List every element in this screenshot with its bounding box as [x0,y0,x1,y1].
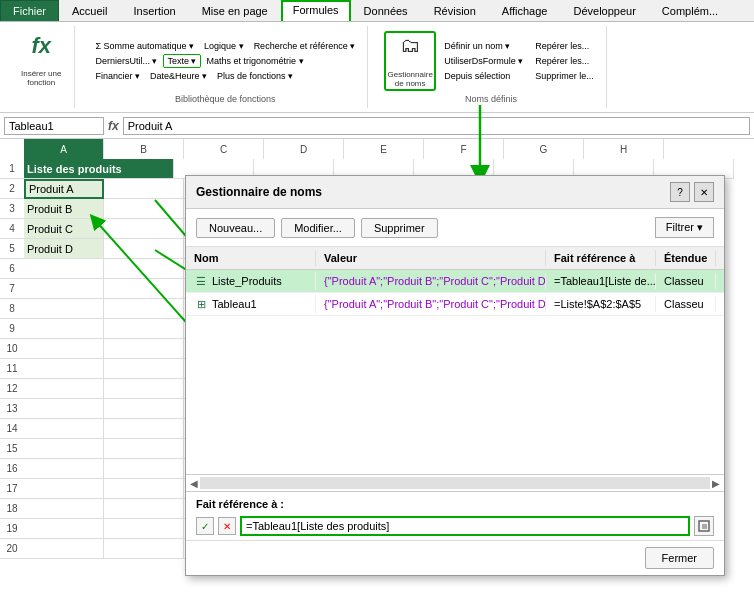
cell[interactable] [104,499,184,519]
reperer-btn1[interactable]: Repérer les... [531,39,598,53]
supprimer-btn[interactable]: Supprimer le... [531,69,598,83]
tab-accueil[interactable]: Accueil [59,0,120,21]
tab-insertion[interactable]: Insertion [120,0,188,21]
name-box[interactable] [4,117,104,135]
row1-valeur: {"Produit A";"Produit B";"Produit C";"Pr… [316,273,546,289]
recherche-button[interactable]: Recherche et référence ▾ [250,39,360,53]
cell[interactable] [104,399,184,419]
dialog-help-button[interactable]: ? [670,182,690,202]
dialog-toolbar: Nouveau... Modifier... Supprimer Filtrer… [186,209,724,247]
formula-input[interactable] [123,117,750,135]
cell[interactable] [104,199,184,219]
derniers-button[interactable]: DerniersUtil... ▾ [91,54,161,68]
supprimer-button[interactable]: Supprimer [361,218,438,238]
fermer-button[interactable]: Fermer [645,547,714,569]
financier-button[interactable]: Financier ▾ [91,69,144,83]
plus-fonctions-button[interactable]: Plus de fonctions ▾ [213,69,297,83]
col-headers: A B C D E F G H [24,139,734,159]
cell[interactable]: Produit A [24,179,104,199]
cell[interactable] [104,239,184,259]
cell[interactable] [104,459,184,479]
cell[interactable] [24,339,104,359]
ref-cancel-button[interactable]: ✕ [218,517,236,535]
logique-button[interactable]: Logique ▾ [200,39,248,53]
tab-donnees[interactable]: Données [351,0,421,21]
cell[interactable] [104,299,184,319]
table-row[interactable]: ⊞ Tableau1 {"Produit A";"Produit B";"Pro… [186,293,724,316]
cell[interactable] [24,479,104,499]
cell[interactable] [24,279,104,299]
tab-affichage[interactable]: Affichage [489,0,561,21]
cell[interactable]: Liste des produits [24,159,174,179]
cell[interactable] [104,379,184,399]
cell[interactable] [104,339,184,359]
maths-button[interactable]: Maths et trigonométrie ▾ [203,54,308,68]
cell[interactable] [24,519,104,539]
cell[interactable] [24,419,104,439]
gestionnaire-noms-button[interactable]: 🗂 Gestionnaire de noms [384,31,436,91]
cell[interactable] [24,299,104,319]
ref-expand-button[interactable] [694,516,714,536]
modifier-button[interactable]: Modifier... [281,218,355,238]
row-header: 16 [0,459,24,479]
ref-input[interactable] [240,516,690,536]
cell[interactable] [104,219,184,239]
row1-nom: ☰ Liste_Produits [186,272,316,290]
cell[interactable] [24,459,104,479]
cell[interactable] [24,399,104,419]
cell[interactable] [24,319,104,339]
cell[interactable] [24,259,104,279]
scroll-track[interactable] [200,477,710,489]
definir-nom-button[interactable]: Définir un nom ▾ [440,39,527,53]
tab-developpeur[interactable]: Développeur [560,0,648,21]
depuis-selection-button[interactable]: Depuis sélection [440,69,527,83]
cell[interactable]: Produit D [24,239,104,259]
cell[interactable] [104,419,184,439]
somme-auto-button[interactable]: Σ Somme automatique ▾ [91,39,198,53]
cell[interactable] [104,519,184,539]
scroll-area[interactable]: ◀ ▶ [186,474,724,492]
insert-function-button[interactable]: fx Insérer unefonction [16,30,66,90]
tab-formules[interactable]: Formules [281,0,351,21]
ref-confirm-button[interactable]: ✓ [196,517,214,535]
gestionnaire-icon: 🗂 [392,34,428,70]
cell[interactable]: Produit B [24,199,104,219]
tab-revision[interactable]: Révision [421,0,489,21]
fx-icon: fx [23,33,59,69]
reperer-btn2[interactable]: Repérer les... [531,54,598,68]
cell[interactable] [24,539,104,559]
cell[interactable] [104,319,184,339]
row-header: 13 [0,399,24,419]
cell[interactable] [24,379,104,399]
cell[interactable] [104,539,184,559]
row-header: 1 [0,159,24,179]
cell[interactable] [104,259,184,279]
cell[interactable] [104,359,184,379]
dialog-title: Gestionnaire de noms [196,185,322,199]
row-header: 5 [0,239,24,259]
cell[interactable] [24,359,104,379]
nouveau-button[interactable]: Nouveau... [196,218,275,238]
table-row[interactable]: ☰ Liste_Produits {"Produit A";"Produit B… [186,270,724,293]
cell[interactable] [24,499,104,519]
cell[interactable] [24,439,104,459]
dateheure-button[interactable]: Date&Heure ▾ [146,69,211,83]
cell[interactable] [104,179,184,199]
filtrer-button[interactable]: Filtrer ▾ [655,217,714,238]
scroll-right-arrow[interactable]: ▶ [712,478,720,489]
row2-nom: ⊞ Tableau1 [186,295,316,313]
table-icon: ⊞ [194,297,208,311]
dialog-close-button[interactable]: ✕ [694,182,714,202]
tab-mise-en-page[interactable]: Mise en page [189,0,281,21]
tab-complement[interactable]: Complém... [649,0,731,21]
cell[interactable] [104,479,184,499]
ribbon-tabs: Fichier Accueil Insertion Mise en page F… [0,0,754,22]
texte-button[interactable]: Texte ▾ [163,54,200,68]
row-header: 4 [0,219,24,239]
cell[interactable]: Produit C [24,219,104,239]
utiliser-formule-button[interactable]: UtiliserDsFormule ▾ [440,54,527,68]
scroll-left-arrow[interactable]: ◀ [190,478,198,489]
cell[interactable] [104,279,184,299]
tab-fichier[interactable]: Fichier [0,0,59,21]
cell[interactable] [104,439,184,459]
